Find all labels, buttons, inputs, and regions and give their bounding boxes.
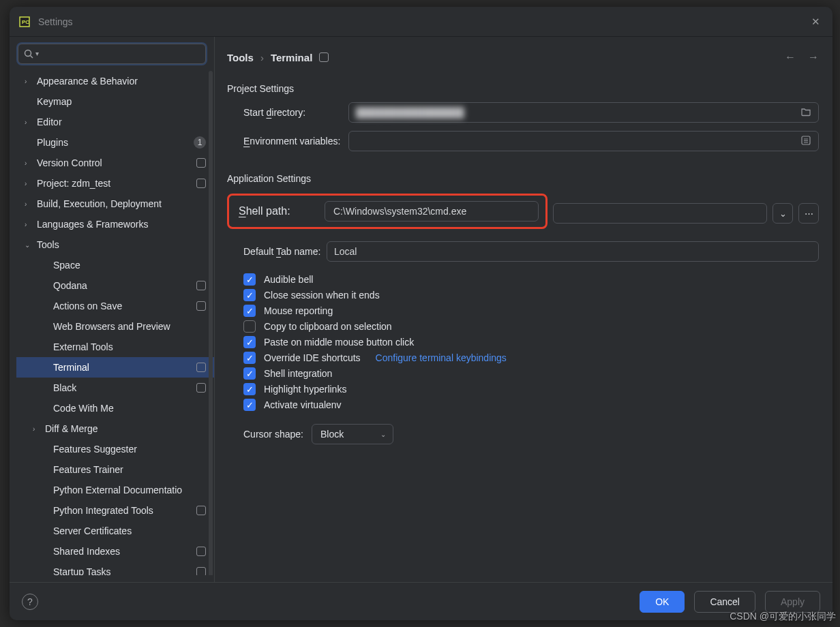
breadcrumb-root[interactable]: Tools [227,52,254,63]
settings-tree[interactable]: ›Appearance & BehaviorKeymap›EditorPlugi… [16,71,214,575]
sidebar-item-features-trainer[interactable]: Features Trainer [16,459,214,480]
checkbox[interactable]: ✓ [243,273,256,286]
checkbox[interactable] [243,320,256,333]
scope-badge-icon [196,363,206,372]
sidebar-item-project-zdm-test[interactable]: ›Project: zdm_test [16,173,214,194]
checkbox[interactable]: ✓ [243,305,256,317]
checkbox[interactable]: ✓ [243,383,256,395]
configure-keybindings-link[interactable]: Configure terminal keybindings [376,352,507,363]
chevron-down-icon: ⌄ [25,241,30,249]
folder-icon[interactable] [800,106,811,119]
option-paste-on-middle-mouse-button-click: ✓Paste on middle mouse button click [243,336,819,348]
shell-path-browse[interactable]: ⋯ [798,203,819,224]
checkbox[interactable]: ✓ [243,336,256,348]
option-copy-to-clipboard-on-selection: Copy to clipboard on selection [243,320,819,333]
sidebar-item-build-execution-deployment[interactable]: ›Build, Execution, Deployment [16,194,214,214]
sidebar-item-label: Project: zdm_test [37,178,110,189]
svg-line-3 [31,56,33,59]
scope-badge-icon [196,383,206,393]
shell-path-field[interactable]: C:\Windows\system32\cmd.exe [325,201,539,221]
sidebar-item-appearance-behavior[interactable]: ›Appearance & Behavior [16,71,214,91]
sidebar-item-web-browsers-and-preview[interactable]: Web Browsers and Preview [16,316,214,337]
chevron-right-icon: › [25,119,27,126]
sidebar-item-external-tools[interactable]: External Tools [16,337,214,357]
sidebar-item-qodana[interactable]: Qodana [16,275,214,296]
sidebar-item-shared-indexes[interactable]: Shared Indexes [16,541,214,562]
sidebar-item-diff-merge[interactable]: ›Diff & Merge [16,418,214,439]
dialog-footer: ? OK Cancel Apply [10,582,832,620]
ok-button[interactable]: OK [640,591,685,613]
sidebar-item-space[interactable]: Space [16,255,214,275]
sidebar-item-label: Features Trainer [53,464,123,475]
sidebar-item-black[interactable]: Black [16,378,214,398]
env-vars-label: Environment variables: [227,136,348,147]
settings-main: Tools › Terminal ← → Project Settings St… [215,37,832,582]
apply-button[interactable]: Apply [765,591,820,613]
sidebar-item-label: Version Control [37,157,102,168]
sidebar-item-startup-tasks[interactable]: Startup Tasks [16,562,214,575]
start-directory-label: Start directory: [227,107,348,118]
sidebar-item-tools[interactable]: ⌄Tools [16,234,214,255]
search-input[interactable] [18,44,206,64]
settings-dialog: PC Settings ✕ ▾ ›Appearance & BehaviorKe… [10,7,832,620]
sidebar-item-label: Python External Documentatio [53,485,182,495]
checkbox-label: Close session when it ends [264,290,380,301]
scope-badge-icon [196,281,206,290]
sidebar-item-label: Plugins [37,137,68,148]
checkbox[interactable]: ✓ [243,399,256,411]
sidebar-item-label: Build, Execution, Deployment [37,198,162,209]
chevron-right-icon: › [25,78,27,85]
env-vars-field[interactable] [348,131,819,151]
checkbox[interactable]: ✓ [243,367,256,380]
shell-path-dropdown[interactable]: ⌄ [772,203,793,224]
checkbox[interactable]: ✓ [243,352,256,364]
sidebar-item-label: Diff & Merge [45,423,98,434]
cancel-button[interactable]: Cancel [694,591,755,613]
scope-badge-icon [319,52,329,62]
chevron-down-icon[interactable]: ▾ [35,50,39,57]
option-activate-virtualenv: ✓Activate virtualenv [243,399,819,411]
sidebar-item-actions-on-save[interactable]: Actions on Save [16,296,214,316]
chevron-right-icon: › [25,200,27,208]
section-application-settings: Application Settings [227,173,819,184]
search-icon [23,48,34,59]
default-tab-field[interactable]: Local [327,241,819,262]
scrollbar[interactable] [209,71,213,575]
sidebar-item-features-suggester[interactable]: Features Suggester [16,439,214,459]
nav-back-icon[interactable]: ← [785,51,796,63]
sidebar-item-keymap[interactable]: Keymap [16,91,214,112]
close-icon[interactable]: ✕ [809,13,823,31]
sidebar-item-server-certificates[interactable]: Server Certificates [16,521,214,541]
start-directory-field[interactable]: ████████████████ [348,102,819,123]
sidebar-item-languages-frameworks[interactable]: ›Languages & Frameworks [16,214,214,234]
sidebar-item-python-integrated-tools[interactable]: Python Integrated Tools [16,500,214,521]
sidebar-item-code-with-me[interactable]: Code With Me [16,398,214,418]
sidebar-item-label: Appearance & Behavior [37,76,138,87]
sidebar-item-label: Web Browsers and Preview [53,321,170,332]
nav-forward-icon[interactable]: → [808,51,819,63]
list-icon[interactable] [800,135,811,148]
sidebar-item-python-external-documentatio[interactable]: Python External Documentatio [16,480,214,500]
sidebar-item-label: Python Integrated Tools [53,505,153,516]
checkbox[interactable]: ✓ [243,289,256,301]
more-icon: ⋯ [805,209,813,219]
count-badge: 1 [194,136,206,149]
app-icon: PC [19,16,30,27]
scope-badge-icon [196,301,206,311]
sidebar-item-editor[interactable]: ›Editor [16,112,214,132]
shell-path-row: Shell path: C:\Windows\system32\cmd.exe … [227,192,819,234]
sidebar-item-label: Terminal [53,362,89,373]
sidebar-item-plugins[interactable]: Plugins1 [16,132,214,153]
sidebar-item-version-control[interactable]: ›Version Control [16,153,214,173]
sidebar-item-terminal[interactable]: Terminal [16,357,214,378]
checkbox-label: Shell integration [264,368,332,379]
shell-path-field-ext[interactable] [553,203,767,224]
sidebar-item-label: Startup Tasks [53,566,111,575]
option-mouse-reporting: ✓Mouse reporting [243,305,819,317]
sidebar-item-label: Black [53,382,76,393]
help-icon[interactable]: ? [22,594,38,610]
cursor-shape-select[interactable]: Block ⌄ [312,424,393,444]
sidebar-item-label: Qodana [53,280,87,291]
scope-badge-icon [196,506,206,515]
shell-path-label: Shell path: [236,205,325,217]
